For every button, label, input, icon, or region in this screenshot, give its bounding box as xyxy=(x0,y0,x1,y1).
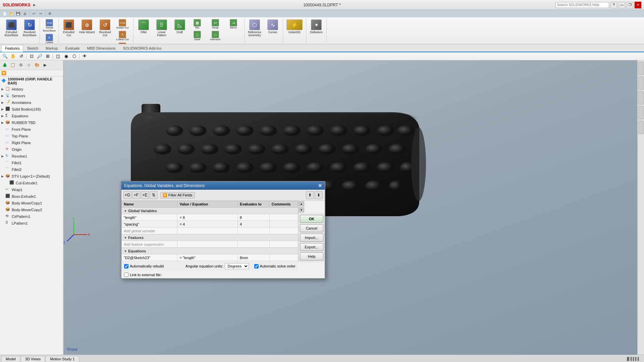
dialog-table-wrapper[interactable]: Name Value / Equation Evaluates to Comme… xyxy=(121,201,298,261)
name-length[interactable]: "length" xyxy=(122,214,177,221)
scroll-up-btn[interactable]: ▲ xyxy=(299,201,304,206)
redo-btn[interactable]: ↪ xyxy=(37,10,44,17)
tree-item-right-plane[interactable]: ▶ ▭ Right Plane xyxy=(0,139,63,146)
cancel-button[interactable]: Cancel xyxy=(300,224,323,232)
tree-item-history[interactable]: ▶ 📋 History xyxy=(0,86,63,93)
intersect-btn[interactable]: ∩ Intersect xyxy=(207,31,223,42)
wrap-btn[interactable]: ↩ Wrap xyxy=(207,19,223,30)
import-button[interactable]: Import... xyxy=(300,234,323,242)
revolved-boss-btn[interactable]: ↻ Revolved Boss/Base xyxy=(21,19,38,38)
view-fit-btn[interactable]: ⊡ xyxy=(28,53,35,60)
extruded-boss-btn[interactable]: ⬛ Extruded Boss/Base xyxy=(3,19,20,38)
link-external-input[interactable] xyxy=(124,273,128,277)
tree-item-rubber-tbd[interactable]: ▶ 📦 RUBBER TBD xyxy=(0,119,63,126)
ok-button[interactable]: OK xyxy=(300,215,323,223)
tree-item-lpattern1[interactable]: ▶ ⠿ LPattern1 xyxy=(0,220,63,227)
rib-btn[interactable]: ▦ Rib xyxy=(189,19,205,30)
row-spacing[interactable]: "spacing" = 4 4 xyxy=(122,221,298,228)
auto-solve-checkbox[interactable]: Automatic solve order xyxy=(254,264,296,268)
dialog-filter-btn[interactable]: 🔽 Filter All Fields xyxy=(160,192,195,198)
draft-btn[interactable]: ◺ Draft xyxy=(171,19,189,35)
row-add-global[interactable]: Add global variable xyxy=(122,228,298,234)
help-btn[interactable]: ? xyxy=(610,2,617,8)
tree-item-solid-bodies[interactable]: ▶ ⬛ Solid Bodies(169) xyxy=(0,106,63,113)
name-spacing[interactable]: "spacing" xyxy=(122,221,177,228)
linear-pattern-btn[interactable]: ⠿ Linear Pattern xyxy=(153,19,170,38)
value-length[interactable]: = 8 xyxy=(177,214,238,221)
right-panel-btn4[interactable] xyxy=(638,106,644,119)
view-display-btn[interactable]: ◫ xyxy=(54,53,62,60)
save-btn[interactable]: 💾 xyxy=(15,10,21,17)
swept-cut-btn[interactable]: ⟿ Swept Cut xyxy=(114,19,130,30)
tree-item-wrap1[interactable]: ▶ ↩ Wrap1 xyxy=(0,186,63,193)
name-eq1[interactable]: "D2@Sketch23" xyxy=(122,254,177,261)
export-button[interactable]: Export... xyxy=(300,243,323,251)
dialog-tool-sort[interactable]: ⇅ xyxy=(150,191,158,199)
view-section-btn[interactable]: ⊞ xyxy=(44,53,51,60)
add-feature-cell[interactable]: Add feature suppression xyxy=(122,241,177,248)
tree-item-front-plane[interactable]: ▶ ▭ Front Plane xyxy=(0,126,63,133)
tab-mbd-dimensions[interactable]: MBD Dimensions xyxy=(84,45,119,51)
view-tab-motion-study-1[interactable]: Motion Study 1 xyxy=(46,356,79,362)
comment-eq1[interactable] xyxy=(269,254,298,261)
search-input[interactable] xyxy=(555,2,609,8)
tab-features[interactable]: Features xyxy=(1,45,23,52)
auto-rebuild-input[interactable] xyxy=(124,264,128,268)
revolved-cut-btn[interactable]: ↺ Revolved Cut xyxy=(96,19,114,38)
tree-item-cut-extrude1[interactable]: ▶ ⬛ Cut-Extrude1 xyxy=(0,180,63,186)
config-manager-icon[interactable]: ⚙ xyxy=(17,61,24,69)
right-panel-btn1[interactable] xyxy=(638,62,644,75)
curves-btn[interactable]: ∿ Curves xyxy=(264,19,281,35)
tree-item-sensors[interactable]: ▶ 📡 Sensors xyxy=(0,93,63,99)
display-manager-icon[interactable]: 🎨 xyxy=(33,61,41,69)
dialog-close-icon[interactable]: ✕ xyxy=(318,183,322,188)
right-panel-btn5[interactable] xyxy=(638,121,644,134)
dialog-scrollbar[interactable]: ▲ ▼ xyxy=(298,201,304,213)
tree-item-annotations[interactable]: ▶ 📝 Annotations xyxy=(0,99,63,106)
restore-btn[interactable]: ❐ xyxy=(627,2,633,8)
comment-spacing[interactable] xyxy=(269,221,298,228)
row-length[interactable]: "length" = 8 8 xyxy=(122,214,298,221)
settings-btn[interactable]: ⚙ xyxy=(46,10,53,17)
tab-markup[interactable]: Markup xyxy=(42,45,62,51)
hole-wizard-btn[interactable]: ⊕ Hole Wizard xyxy=(78,19,96,35)
defeature-btn[interactable]: ✦ Defeature xyxy=(308,19,325,35)
expand-icon[interactable]: ▶ xyxy=(41,61,49,69)
view-shaded-btn[interactable]: ◉ xyxy=(62,53,70,60)
view-tab-model[interactable]: Model xyxy=(1,356,20,362)
tree-item-origin[interactable]: ▶ ✛ Origin xyxy=(0,146,63,153)
mirror-btn[interactable]: ⫤ Mirror xyxy=(225,19,241,30)
tab-evaluate[interactable]: Evaluate xyxy=(62,45,84,51)
tree-item-body-move-copy1[interactable]: ▶ 📦 Body-Move/Copy1 xyxy=(0,200,63,206)
help-button[interactable]: Help xyxy=(300,252,323,260)
tree-root-item[interactable]: 🔷 10000449 (GRIP, HANDLE BAR) xyxy=(0,76,63,86)
new-btn[interactable]: 📄 xyxy=(1,10,8,17)
print-btn[interactable]: 🖨 xyxy=(21,10,28,17)
dialog-export-icon[interactable]: ⬇ xyxy=(315,191,323,199)
tab-solidworks-addins[interactable]: SOLIDWORKS Add-Ins xyxy=(119,45,165,51)
tree-item-cir-pattern1[interactable]: ▶ ⟲ CirPattern1 xyxy=(0,213,63,220)
shell-btn[interactable]: □ Shell xyxy=(189,31,205,42)
undo-btn[interactable]: ↩ xyxy=(31,10,37,17)
view-wireframe-btn[interactable]: ⬡ xyxy=(70,53,78,60)
view-zoom-btn[interactable]: 🔎 xyxy=(36,53,43,60)
open-btn[interactable]: 📂 xyxy=(8,10,15,17)
instant3d-btn[interactable]: ⚡ Instant3D xyxy=(284,19,305,35)
view-pan-btn[interactable]: ✋ xyxy=(9,53,17,60)
auto-solve-input[interactable] xyxy=(254,264,259,268)
tree-item-top-plane[interactable]: ▶ ▭ Top Plane xyxy=(0,133,63,139)
link-external-checkbox[interactable]: Link to external file: xyxy=(124,273,296,277)
feature-tree-icon[interactable]: 🌲 xyxy=(1,61,8,69)
row-add-feature[interactable]: Add feature suppression xyxy=(122,241,298,248)
tree-item-revolve1[interactable]: ▶ ↻ Revolve1 xyxy=(0,153,63,160)
right-panel-btn3[interactable] xyxy=(638,91,644,105)
angular-units-select[interactable]: Degrees Radians RPM xyxy=(225,263,249,269)
view-select-btn[interactable]: 🔍 xyxy=(1,53,9,60)
dialog-tool-add-feature[interactable]: +F xyxy=(132,191,140,199)
scroll-down-btn[interactable]: ▼ xyxy=(299,207,304,212)
extruded-cut-btn[interactable]: ⬛ Extruded Cut xyxy=(60,19,77,38)
view-hide-show-btn[interactable]: 👁 xyxy=(81,53,88,60)
lofted-cut-btn[interactable]: ⋏ Lofted Cut xyxy=(114,31,130,42)
view-rotate-btn[interactable]: ↺ xyxy=(17,53,25,60)
auto-rebuild-checkbox[interactable]: Automatically rebuild xyxy=(124,264,164,268)
